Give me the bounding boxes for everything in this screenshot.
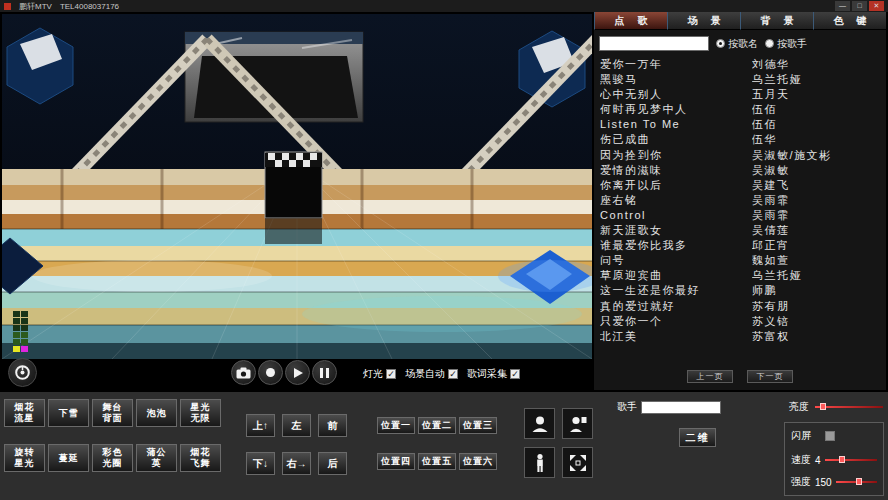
strength-slider[interactable] [836, 481, 877, 483]
next-page-button[interactable]: 下一页 [747, 370, 793, 383]
effect-button-rotating-stars[interactable]: 旋转星光 [4, 444, 45, 472]
singer-view-b-button[interactable] [562, 408, 593, 439]
pagination: 上一页 下一页 [594, 367, 886, 390]
fullscreen-button[interactable] [562, 447, 593, 478]
scene-auto-label: 场景自动 [405, 367, 445, 381]
song-name: 伤已成曲 [600, 132, 752, 147]
pause-button[interactable] [312, 360, 337, 385]
move-forward-button[interactable]: 前 [318, 414, 347, 437]
speed-control: 速度 4 [791, 453, 877, 467]
camera-icon [236, 367, 251, 379]
search-by-name-option[interactable]: 按歌名 [716, 37, 758, 51]
position-buttons-row-2: 位置四 位置五 位置六 [377, 453, 497, 470]
full-body-view-button[interactable] [524, 447, 555, 478]
song-row[interactable]: 因为拴到你吴淑敏/施文彬 [600, 148, 886, 163]
song-row[interactable]: 问号魏如萱 [600, 253, 886, 268]
close-button[interactable]: ✕ [869, 1, 884, 11]
effect-button-stage-back[interactable]: 舞台背面 [92, 399, 133, 427]
search-input[interactable] [599, 36, 709, 51]
2d-mode-button[interactable]: 二维 [679, 428, 716, 447]
position-3-button[interactable]: 位置三 [459, 417, 497, 434]
play-button[interactable] [285, 360, 310, 385]
equalizer [13, 311, 28, 352]
song-artist: 吴淑敏 [752, 163, 886, 178]
song-row[interactable]: 只爱你一个苏义锫 [600, 314, 886, 329]
song-row[interactable]: Listen To Me伍佰 [600, 117, 886, 132]
by-name-radio[interactable] [716, 39, 725, 48]
move-back-button[interactable]: 后 [318, 452, 347, 475]
flash-checkbox[interactable] [825, 431, 835, 441]
maximize-button[interactable]: □ [852, 1, 867, 11]
move-left-button[interactable]: 左 [282, 414, 311, 437]
song-artist: 魏如萱 [752, 253, 886, 268]
song-row[interactable]: 真的爱过就好苏有朋 [600, 299, 886, 314]
speed-slider[interactable] [825, 459, 877, 461]
song-row[interactable]: 黑骏马乌兰托娅 [600, 72, 886, 87]
song-row[interactable]: Control吴雨霏 [600, 208, 886, 223]
song-row[interactable]: 爱你一万年刘德华 [600, 57, 886, 72]
effect-button-color-rings[interactable]: 彩色光圈 [92, 444, 133, 472]
song-name: 草原迎宾曲 [600, 268, 752, 283]
by-singer-radio[interactable] [765, 39, 774, 48]
brightness-slider[interactable] [815, 406, 883, 408]
position-4-button[interactable]: 位置四 [377, 453, 415, 470]
lyrics-checkbox[interactable] [510, 369, 520, 379]
move-down-button[interactable]: 下↓ [246, 452, 275, 475]
song-artist: 苏富权 [752, 329, 886, 344]
prev-page-button[interactable]: 上一页 [687, 370, 733, 383]
effect-button-spread[interactable]: 蔓延 [48, 444, 89, 472]
tab-background[interactable]: 背 景 [740, 12, 813, 30]
song-artist: 苏义锫 [752, 314, 886, 329]
song-row[interactable]: 何时再见梦中人伍佰 [600, 102, 886, 117]
song-artist: 乌兰托娅 [752, 72, 886, 87]
song-row[interactable]: 你离开以后吴建飞 [600, 178, 886, 193]
singer-input[interactable] [641, 401, 721, 414]
song-row[interactable]: 这一生还是你最好师鹏 [600, 283, 886, 298]
song-artist: 吴雨霏 [752, 208, 886, 223]
move-up-button[interactable]: 上↑ [246, 414, 275, 437]
position-6-button[interactable]: 位置六 [459, 453, 497, 470]
effect-button-fireworks-fly[interactable]: 烟花飞舞 [180, 444, 221, 472]
strength-value: 150 [815, 477, 832, 488]
app-window: 鹏轩MTV TEL4008037176 — □ ✕ [0, 0, 888, 500]
minimize-button[interactable]: — [835, 1, 850, 11]
song-artist: 五月天 [752, 87, 886, 102]
song-row[interactable]: 座右铭吴雨霏 [600, 193, 886, 208]
pause-icon [320, 368, 329, 378]
song-panel: 点 歌 场 景 背 景 色 键 按歌名 按歌手 爱你一万年刘德华 黑骏马乌兰托娅 [594, 12, 886, 390]
brightness-slider-handle[interactable] [820, 403, 826, 410]
position-1-button[interactable]: 位置一 [377, 417, 415, 434]
position-2-button[interactable]: 位置二 [418, 417, 456, 434]
effect-button-dandelion[interactable]: 蒲公英 [136, 444, 177, 472]
song-row[interactable]: 心中无别人五月天 [600, 87, 886, 102]
position-buttons-row-1: 位置一 位置二 位置三 [377, 417, 497, 434]
light-checkbox[interactable] [386, 369, 396, 379]
scene-auto-checkbox[interactable] [448, 369, 458, 379]
snapshot-button[interactable] [231, 360, 256, 385]
song-row[interactable]: 爱情的滋味吴淑敏 [600, 163, 886, 178]
strength-slider-handle[interactable] [856, 478, 862, 485]
tab-chroma-key[interactable]: 色 键 [813, 12, 886, 30]
position-5-button[interactable]: 位置五 [418, 453, 456, 470]
search-by-singer-option[interactable]: 按歌手 [765, 37, 807, 51]
song-row[interactable]: 草原迎宾曲乌兰托娅 [600, 268, 886, 283]
singer-label: 歌手 [617, 400, 637, 414]
person-bust-icon [530, 414, 550, 434]
effect-button-starlight[interactable]: 星光无限 [180, 399, 221, 427]
tab-scene[interactable]: 场 景 [667, 12, 740, 30]
song-name: 心中无别人 [600, 87, 752, 102]
song-row[interactable]: 谁最爱你比我多邱正宵 [600, 238, 886, 253]
song-row[interactable]: 新天涯歌女吴倩莲 [600, 223, 886, 238]
singer-view-a-button[interactable] [524, 408, 555, 439]
effect-toggle-button[interactable] [8, 358, 37, 387]
effect-button-snow[interactable]: 下雪 [48, 399, 89, 427]
move-right-button[interactable]: 右→ [282, 452, 311, 475]
record-button[interactable] [258, 360, 283, 385]
effect-button-fireworks-meteor[interactable]: 烟花流星 [4, 399, 45, 427]
song-row[interactable]: 伤已成曲伍华 [600, 132, 886, 147]
song-row[interactable]: 北江美苏富权 [600, 329, 886, 344]
song-artist: 吴雨霏 [752, 193, 886, 208]
speed-slider-handle[interactable] [839, 456, 845, 463]
tab-song-select[interactable]: 点 歌 [594, 12, 667, 30]
effect-button-bubbles[interactable]: 泡泡 [136, 399, 177, 427]
